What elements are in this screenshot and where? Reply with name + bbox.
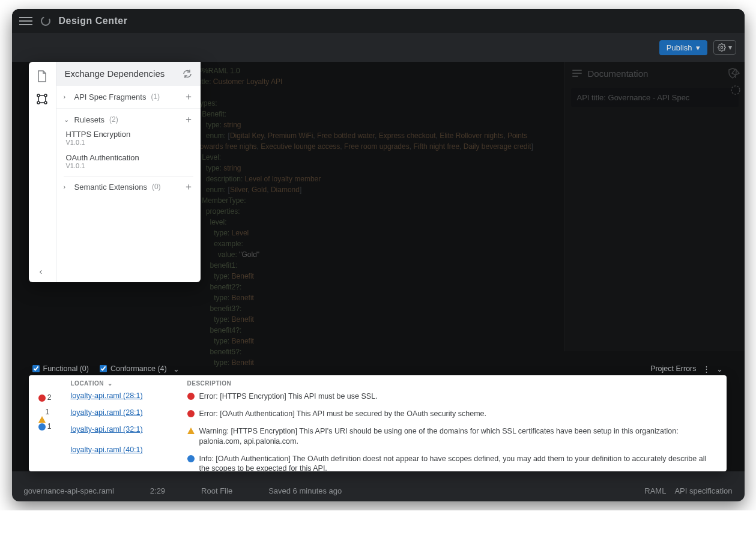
problem-row[interactable]: Error: [HTTPS Encryption] This API must … — [187, 390, 717, 408]
documentation-title: Documentation — [588, 68, 649, 79]
problem-row[interactable]: Warning: [HTTPS Encryption] This API's U… — [187, 425, 717, 453]
description-header: DESCRIPTION — [187, 380, 717, 390]
error-dot-icon — [187, 410, 195, 417]
api-title-card[interactable]: API title: Governance - API Spec — [571, 88, 739, 107]
status-root: Root File — [201, 486, 232, 495]
statusbar: governance-api-spec.raml 2:29 Root File … — [12, 480, 745, 501]
status-saved: Saved 6 minutes ago — [268, 486, 342, 495]
error-dot-icon — [38, 394, 46, 402]
chevron-down-icon[interactable]: ⌄ — [716, 364, 723, 373]
menu-icon[interactable] — [19, 14, 32, 28]
location-link[interactable]: loyalty-api.raml (32:1) — [71, 424, 173, 441]
refresh-icon[interactable] — [183, 69, 192, 79]
section-count: (1) — [151, 92, 160, 101]
section-label: API Spec Fragments — [74, 92, 147, 101]
problem-description: Warning: [HTTPS Encryption] This API's U… — [199, 426, 717, 447]
status-file: governance-api-spec.raml — [24, 486, 114, 495]
info-dot-icon — [187, 455, 195, 462]
add-semantic-button[interactable]: ＋ — [184, 181, 193, 193]
toggle-rulesets[interactable]: ⌄ Rulesets (2) ＋ — [64, 113, 193, 126]
status-lang: RAML — [644, 486, 666, 495]
add-ruleset-button[interactable]: ＋ — [184, 113, 193, 126]
error-dot-icon — [187, 393, 195, 400]
top-toolbar: Publish ▾ ▾ — [12, 33, 745, 62]
popover-rail — [29, 62, 56, 282]
location-header[interactable]: LOCATION ⌄ — [71, 380, 173, 390]
conformance-label: Conformance (4) — [110, 364, 167, 373]
status-spec: API specification — [674, 486, 732, 495]
svg-point-2 — [731, 86, 740, 94]
app-window: Design Center Publish ▾ ▾ #%RAML 1.0 tit… — [12, 9, 745, 501]
exchange-dependencies-popover: Exchange Dependencies › API Spec Fragmen… — [29, 62, 201, 282]
collapse-popover-button[interactable]: ‹ — [40, 267, 43, 276]
topbar: Design Center — [12, 9, 745, 33]
ruleset-version: V1.0.1 — [66, 139, 193, 146]
functional-check-input[interactable] — [32, 365, 40, 372]
section-count: (2) — [109, 115, 118, 124]
problem-description: Error: [HTTPS Encryption] This API must … — [199, 391, 378, 402]
warning-triangle-icon — [187, 428, 195, 434]
chevron-down-icon: ⌄ — [64, 116, 70, 124]
popover-title-row: Exchange Dependencies — [56, 62, 201, 86]
publish-button-label: Publish — [667, 43, 692, 52]
warning-count: 1 — [46, 408, 50, 416]
doc-toggle-icon[interactable] — [572, 69, 582, 77]
location-link[interactable]: loyalty-api.raml (28:1) — [71, 390, 173, 407]
ruleset-item[interactable]: OAuth Authentication V1.0.1 — [64, 150, 193, 173]
problem-description: Error: [OAuth Authentication] This API m… — [199, 409, 486, 419]
chevron-down-icon: ⌄ — [173, 364, 180, 373]
popover-title: Exchange Dependencies — [65, 68, 165, 80]
conformance-checkbox[interactable]: Conformance (4) ⌄ — [100, 364, 180, 373]
api-title-text: API title: Governance - API Spec — [577, 93, 690, 102]
gear-icon — [718, 43, 726, 52]
problem-row[interactable]: Info: [OAuth Authentication] The OAuth d… — [187, 453, 717, 480]
warning-triangle-icon — [38, 408, 46, 423]
file-icon[interactable] — [37, 70, 47, 82]
ruleset-name: HTTPS Encryption — [66, 130, 193, 139]
svg-point-6 — [44, 101, 47, 104]
section-count: (0) — [152, 183, 161, 191]
status-pos: 2:29 — [150, 486, 165, 495]
error-count: 2 — [47, 393, 52, 402]
app-title: Design Center — [59, 16, 128, 26]
section-rulesets: ⌄ Rulesets (2) ＋ HTTPS Encryption V1.0.1… — [56, 109, 201, 282]
problem-row[interactable]: Error: [OAuth Authentication] This API m… — [187, 408, 717, 425]
add-fragment-button[interactable]: ＋ — [184, 91, 193, 103]
severity-counts: 2 1 1 — [38, 380, 56, 463]
ruleset-name: OAuth Authentication — [66, 153, 193, 162]
app-logo-icon — [40, 15, 52, 27]
location-link[interactable]: loyalty-api.raml (40:1) — [71, 441, 173, 461]
chevron-right-icon: › — [64, 183, 70, 190]
chevron-down-icon: ▾ — [728, 43, 732, 52]
dependencies-icon[interactable] — [36, 93, 48, 105]
description-column: DESCRIPTION Error: [HTTPS Encryption] Th… — [187, 380, 717, 463]
toggle-api-spec-fragments[interactable]: › API Spec Fragments (1) ＋ — [64, 91, 193, 103]
info-dot-icon — [38, 423, 46, 431]
ruleset-item[interactable]: HTTPS Encryption V1.0.1 — [64, 126, 193, 150]
publish-button[interactable]: Publish ▾ — [659, 40, 707, 55]
conformance-check-input[interactable] — [100, 365, 107, 372]
bookmark-icon[interactable] — [730, 68, 741, 79]
svg-point-4 — [44, 94, 47, 97]
more-icon[interactable]: ⋮ — [703, 364, 710, 373]
location-link[interactable]: loyalty-api.raml (28:1) — [71, 407, 173, 424]
ruleset-version: V1.0.1 — [66, 162, 193, 169]
section-label: Rulesets — [74, 115, 105, 124]
documentation-panel: Documentation API title: Governance - AP… — [564, 62, 745, 351]
section-api-spec-fragments: › API Spec Fragments (1) ＋ — [56, 86, 201, 109]
problems-tabs: Functional (0) Conformance (4) ⌄ Project… — [29, 362, 727, 375]
functional-checkbox[interactable]: Functional (0) — [32, 364, 89, 373]
svg-point-0 — [41, 17, 50, 25]
location-column: LOCATION ⌄ loyalty-api.raml (28:1) loyal… — [71, 380, 173, 463]
functional-label: Functional (0) — [43, 364, 89, 373]
problems-body: 2 1 1 LOCATION ⌄ loyalty-api.raml (28:1)… — [29, 375, 727, 471]
section-label: Semantic Extensions — [74, 183, 147, 192]
svg-point-1 — [721, 46, 723, 49]
settings-button[interactable]: ▾ — [713, 40, 736, 55]
activity-icon[interactable] — [730, 85, 741, 95]
project-errors-label[interactable]: Project Errors — [650, 364, 696, 373]
info-count: 1 — [47, 422, 52, 431]
svg-point-5 — [37, 101, 40, 104]
problem-description: Info: [OAuth Authentication] The OAuth d… — [199, 454, 717, 474]
toggle-semantic-extensions[interactable]: › Semantic Extensions (0) ＋ — [64, 181, 193, 193]
